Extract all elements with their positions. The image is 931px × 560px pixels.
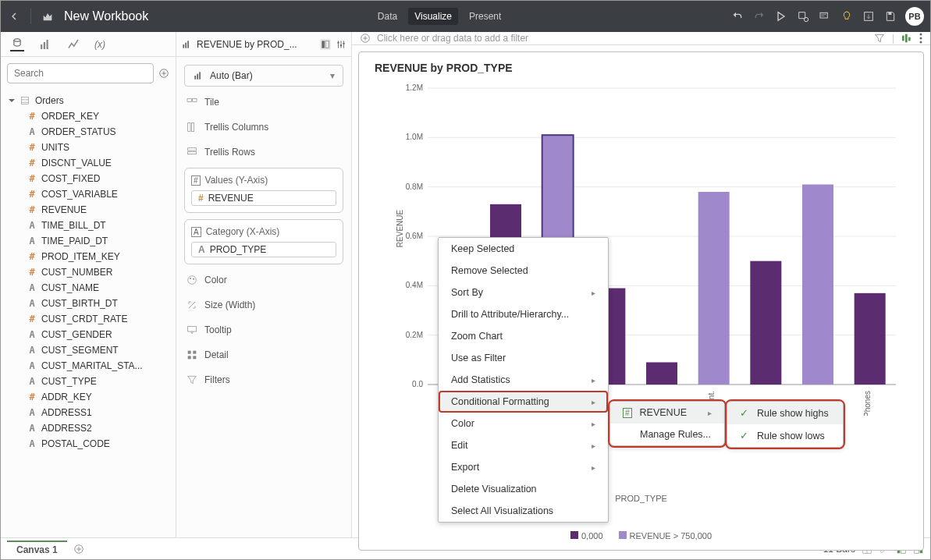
field-item[interactable]: AADDRESS2 [1, 420, 176, 436]
field-item[interactable]: ACUST_GENDER [1, 327, 176, 342]
field-item[interactable]: ACUST_MARITAL_STA... [1, 358, 176, 374]
data-tab-icon[interactable] [10, 37, 24, 51]
mode-present[interactable]: Present [463, 8, 507, 25]
svg-rect-26 [188, 151, 197, 154]
field-item[interactable]: #ORDER_KEY [1, 108, 176, 124]
add-canvas-icon[interactable] [73, 544, 84, 555]
field-item[interactable]: AORDER_STATUS [1, 124, 176, 140]
field-item[interactable]: ACUST_BIRTH_DT [1, 296, 176, 311]
context-menu-item[interactable]: Drill to Attribute/Hierarchy... [439, 303, 608, 325]
context-menu-item[interactable]: Keep Selected [439, 238, 608, 260]
search-input[interactable] [7, 63, 154, 83]
tooltip-shelf[interactable]: Tooltip [184, 321, 343, 339]
mode-data[interactable]: Data [371, 8, 403, 25]
undo-icon[interactable] [730, 9, 744, 23]
field-item[interactable]: #REVENUE [1, 202, 176, 218]
grammar-toggle-icon[interactable] [320, 39, 331, 50]
field-item[interactable]: #PROD_ITEM_KEY [1, 249, 176, 264]
filter-bar[interactable]: Click here or drag data to add a filter … [352, 32, 930, 45]
context-menu-item[interactable]: Color [439, 413, 608, 434]
add-note-icon[interactable] [818, 9, 832, 23]
properties-icon[interactable] [336, 39, 346, 50]
submenu-item-revenue[interactable]: #REVENUE [610, 402, 724, 424]
rule-show-highs[interactable]: ✓Rule show highs [727, 402, 843, 424]
svg-text:Smart Phones: Smart Phones [863, 391, 872, 416]
field-item[interactable]: #ADDR_KEY [1, 389, 176, 405]
context-menu-item[interactable]: Sort By [439, 282, 608, 303]
data-source[interactable]: Orders [1, 93, 176, 108]
size-shelf[interactable]: Size (Width) [184, 296, 343, 314]
field-item[interactable]: #DISCNT_VALUE [1, 155, 176, 171]
svg-point-16 [340, 44, 342, 46]
filter-panel-icon[interactable] [873, 32, 886, 44]
add-filter-icon[interactable] [360, 33, 371, 44]
user-avatar[interactable]: PB [905, 7, 924, 26]
tile-shelf[interactable]: Tile [184, 93, 343, 112]
context-menu-item[interactable]: Export [439, 456, 608, 478]
values-pill[interactable]: #REVENUE [191, 190, 336, 206]
refresh-icon[interactable] [796, 9, 810, 23]
field-item[interactable]: #UNITS [1, 140, 176, 155]
field-item[interactable]: ACUST_SEGMENT [1, 342, 176, 358]
context-menu[interactable]: Keep SelectedRemove SelectedSort ByDrill… [438, 237, 609, 523]
field-item[interactable]: #CUST_NUMBER [1, 264, 176, 280]
field-item[interactable]: #COST_FIXED [1, 171, 176, 186]
field-item[interactable]: ATIME_PAID_DT [1, 233, 176, 249]
save-icon[interactable] [883, 9, 897, 23]
field-item[interactable]: #CUST_CRDT_RATE [1, 311, 176, 327]
rule-show-lows[interactable]: ✓Rule show lows [727, 424, 843, 447]
context-menu-item[interactable]: Edit [439, 434, 608, 456]
svg-rect-30 [188, 326, 197, 331]
redo-icon[interactable] [752, 9, 766, 23]
workbook-title: New Workbook [64, 9, 148, 23]
bar[interactable] [802, 185, 833, 385]
auto-insights-icon[interactable] [901, 32, 913, 44]
context-menu-item[interactable]: Zoom Chart [439, 325, 608, 347]
analytics-tab-icon[interactable] [66, 37, 80, 51]
context-menu-item[interactable]: Use as Filter [439, 347, 608, 369]
values-dropzone[interactable]: #Values (Y-Axis) #REVENUE [184, 168, 343, 213]
category-dropzone[interactable]: ACategory (X-Axis) APROD_TYPE [184, 219, 343, 264]
submenu-item-manage-rules[interactable]: Manage Rules... [610, 424, 724, 445]
chart-legend: 0,000 REVENUE > 750,000 [359, 531, 923, 541]
bar[interactable] [750, 261, 781, 385]
field-label: COST_VARIABLE [41, 189, 118, 200]
canvas-tab[interactable]: Canvas 1 [7, 541, 67, 558]
detail-shelf[interactable]: Detail [184, 346, 343, 364]
filters-shelf[interactable]: Filters [184, 370, 343, 389]
insight-icon[interactable] [840, 9, 854, 23]
trellis-cols-shelf[interactable]: Trellis Columns [184, 118, 343, 136]
context-menu-item[interactable]: Delete Visualization [439, 478, 608, 500]
parameters-tab-icon[interactable]: (x) [94, 39, 105, 50]
viz-type-select[interactable]: Auto (Bar) ▾ [184, 65, 343, 87]
field-item[interactable]: ACUST_NAME [1, 280, 176, 296]
submenu-conditional-formatting[interactable]: #REVENUE Manage Rules... [609, 401, 725, 446]
bar[interactable] [646, 363, 677, 385]
mode-visualize[interactable]: Visualize [408, 8, 458, 25]
field-item[interactable]: #COST_VARIABLE [1, 186, 176, 202]
visualizations-tab-icon[interactable] [38, 37, 52, 51]
preview-icon[interactable] [774, 9, 788, 23]
field-item[interactable]: AADDRESS1 [1, 405, 176, 420]
field-label: CUST_GENDER [41, 329, 112, 340]
field-item[interactable]: APOSTAL_CODE [1, 436, 176, 452]
back-icon[interactable] [7, 9, 21, 23]
bar[interactable] [855, 293, 886, 385]
svg-point-41 [920, 41, 922, 44]
add-data-icon[interactable] [158, 68, 169, 79]
category-pill[interactable]: APROD_TYPE [191, 242, 336, 257]
trellis-rows-shelf[interactable]: Trellis Rows [184, 143, 343, 161]
measure-icon: # [623, 408, 632, 418]
field-item[interactable]: ACUST_TYPE [1, 374, 176, 389]
context-menu-item[interactable]: Select All Visualizations [439, 500, 608, 522]
context-menu-item[interactable]: Conditional Formatting [439, 391, 608, 413]
bar[interactable] [698, 192, 730, 385]
context-menu-item[interactable]: Remove Selected [439, 260, 608, 282]
color-shelf[interactable]: Color [184, 271, 343, 289]
submenu-rules[interactable]: ✓Rule show highs ✓Rule show lows [727, 401, 844, 448]
context-menu-item[interactable]: Add Statistics [439, 369, 608, 391]
canvas-menu-icon[interactable] [919, 33, 922, 44]
rows-icon [186, 146, 198, 158]
export-icon[interactable] [862, 9, 876, 23]
field-item[interactable]: ATIME_BILL_DT [1, 218, 176, 233]
